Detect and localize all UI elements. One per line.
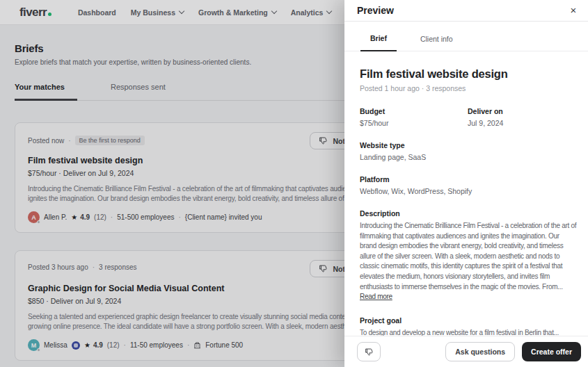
platform-section: Platform Webflow, Wix, WordPress, Shopif…: [360, 175, 576, 195]
drawer-body: Film festival website design Posted 1 ho…: [344, 52, 588, 367]
project-goal-label: Project goal: [360, 316, 576, 325]
app-window: fiverr Dashboard My Business Growth & Ma…: [0, 0, 588, 367]
description-label: Description: [360, 209, 576, 218]
website-type-label: Website type: [360, 141, 576, 149]
preview-brief-meta: Posted 1 hour ago · 3 responses: [360, 84, 576, 92]
budget-deliver-row: Budget $75/hour Deliver on Jul 9, 2024: [360, 107, 576, 127]
create-offer-button[interactable]: Create offer: [522, 342, 581, 361]
thumbs-down-icon: [365, 348, 374, 357]
ask-questions-button[interactable]: Ask questions: [445, 342, 515, 361]
description-section: Description Introducing the Cinematic Br…: [360, 209, 576, 302]
website-type-section: Website type Landing page, SaaS: [360, 141, 576, 161]
not-interested-icon-button[interactable]: [357, 342, 381, 361]
budget-value: $75/hour: [360, 119, 468, 127]
description-text: Introducing the Cinematic Brilliance Fil…: [360, 221, 577, 302]
read-more-link[interactable]: Read more: [360, 293, 392, 300]
tab-brief[interactable]: Brief: [360, 34, 397, 51]
drawer-title: Preview: [357, 5, 394, 16]
drawer-tabs: Brief Client info: [344, 22, 588, 51]
tab-client-info[interactable]: Client info: [411, 35, 463, 51]
platform-label: Platform: [360, 175, 576, 184]
preview-brief-title: Film festival website design: [360, 67, 576, 81]
deliver-on-label: Deliver on: [468, 107, 576, 115]
budget-label: Budget: [360, 107, 468, 115]
platform-value: Webflow, Wix, WordPress, Shopify: [360, 187, 576, 195]
drawer-header: Preview ×: [344, 0, 588, 22]
project-goal-section: Project goal To design and develop a new…: [360, 316, 576, 339]
website-type-value: Landing page, SaaS: [360, 153, 576, 161]
deliver-on-value: Jul 9, 2024: [468, 119, 576, 127]
close-icon[interactable]: ×: [564, 1, 582, 19]
preview-drawer: Preview × Brief Client info Film festiva…: [344, 0, 588, 367]
drawer-footer: Ask questions Create offer: [344, 336, 588, 367]
